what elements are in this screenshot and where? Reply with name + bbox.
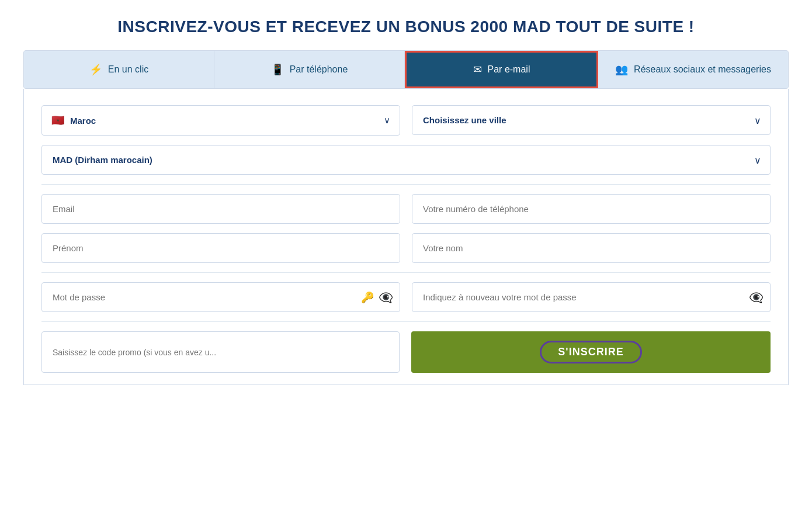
phone-input[interactable] bbox=[412, 194, 771, 224]
email-input[interactable] bbox=[41, 194, 400, 224]
city-select-wrapper[interactable]: Choisissez une ville ∨ bbox=[412, 105, 771, 136]
city-select[interactable]: Choisissez une ville bbox=[412, 105, 771, 135]
confirm-password-icons: 👁‍🗨 bbox=[749, 290, 764, 304]
currency-row: MAD (Dirham marocain) ∨ bbox=[41, 145, 771, 175]
tab-one-click[interactable]: ⚡ En un clic bbox=[24, 51, 214, 88]
submit-button[interactable]: S'INSCRIRE bbox=[411, 331, 771, 373]
confirm-eye-slash-icon[interactable]: 👁‍🗨 bbox=[749, 290, 764, 304]
tab-email-label: Par e-mail bbox=[488, 64, 530, 75]
country-select[interactable]: 🇲🇦 Maroc ∨ bbox=[41, 105, 400, 136]
promo-input[interactable] bbox=[41, 331, 400, 373]
divider-3 bbox=[41, 321, 771, 322]
registration-form: 🇲🇦 Maroc ∨ Choisissez une ville ∨ MAD (D… bbox=[23, 89, 789, 385]
currency-select-wrapper[interactable]: MAD (Dirham marocain) ∨ bbox=[41, 145, 771, 175]
tab-phone[interactable]: 📱 Par téléphone bbox=[214, 51, 405, 88]
submit-row: S'INSCRIRE bbox=[41, 331, 771, 373]
phone-icon: 📱 bbox=[271, 63, 284, 76]
lastname-input[interactable] bbox=[412, 233, 771, 263]
password-row: 🔑 👁‍🗨 👁‍🗨 bbox=[41, 282, 771, 312]
tab-one-click-label: En un clic bbox=[108, 64, 148, 75]
confirm-password-wrapper: 👁‍🗨 bbox=[412, 282, 771, 312]
country-chevron-icon: ∨ bbox=[384, 115, 390, 126]
country-label: Maroc bbox=[70, 116, 378, 126]
page-title: INSCRIVEZ-VOUS ET RECEVEZ UN BONUS 2000 … bbox=[23, 18, 789, 36]
morocco-flag-icon: 🇲🇦 bbox=[51, 114, 64, 127]
password-wrapper: 🔑 👁‍🗨 bbox=[41, 282, 400, 312]
tab-phone-label: Par téléphone bbox=[290, 64, 348, 75]
name-row bbox=[41, 233, 771, 263]
tab-email[interactable]: ✉ Par e-mail bbox=[405, 51, 598, 88]
country-city-row: 🇲🇦 Maroc ∨ Choisissez une ville ∨ bbox=[41, 105, 771, 136]
lightning-icon: ⚡ bbox=[89, 63, 102, 76]
password-input[interactable] bbox=[41, 282, 400, 312]
password-icons: 🔑 👁‍🗨 bbox=[361, 290, 393, 304]
confirm-password-input[interactable] bbox=[412, 282, 771, 312]
submit-button-label: S'INSCRIRE bbox=[540, 341, 641, 363]
divider-1 bbox=[41, 184, 771, 185]
key-icon[interactable]: 🔑 bbox=[361, 291, 374, 304]
tab-social[interactable]: 👥 Réseaux sociaux et messageries bbox=[598, 51, 788, 88]
social-icon: 👥 bbox=[615, 63, 628, 76]
firstname-input[interactable] bbox=[41, 233, 400, 263]
email-icon: ✉ bbox=[473, 63, 482, 76]
eye-slash-icon[interactable]: 👁‍🗨 bbox=[379, 290, 393, 304]
country-select-wrapper[interactable]: 🇲🇦 Maroc ∨ bbox=[41, 105, 400, 136]
divider-2 bbox=[41, 272, 771, 273]
tabs-container: ⚡ En un clic 📱 Par téléphone ✉ Par e-mai… bbox=[23, 50, 789, 89]
tab-social-label: Réseaux sociaux et messageries bbox=[634, 64, 771, 75]
currency-select[interactable]: MAD (Dirham marocain) bbox=[41, 145, 771, 175]
email-phone-row bbox=[41, 194, 771, 224]
